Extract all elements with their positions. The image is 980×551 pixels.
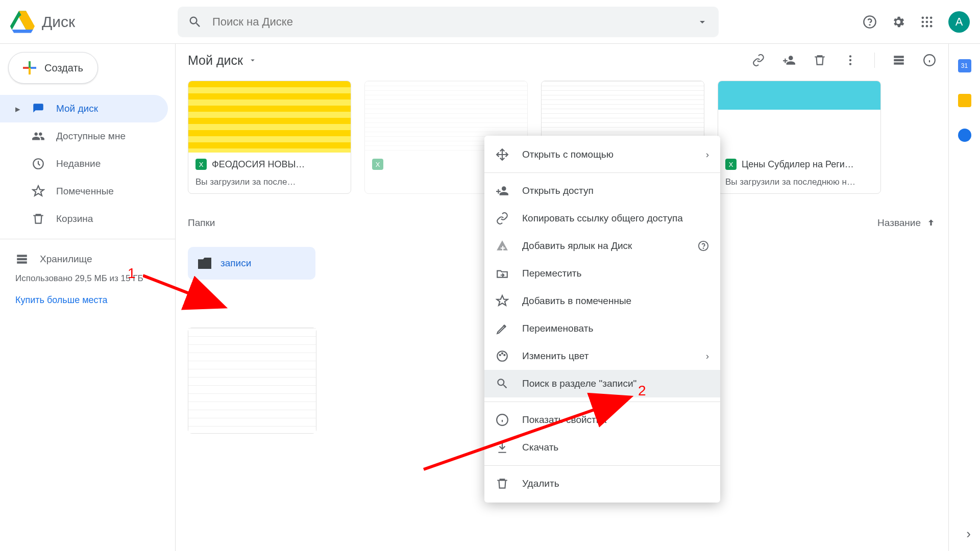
main-content: Мой диск XФЕОДОСИЯ НОВЫ… Вы загрузили з	[176, 44, 948, 551]
ctx-download[interactable]: Скачать	[484, 434, 720, 461]
link-icon[interactable]	[752, 54, 765, 67]
search-input[interactable]	[212, 15, 696, 29]
list-view-icon[interactable]	[892, 54, 905, 67]
plus-icon	[23, 61, 36, 74]
help-icon[interactable]	[698, 240, 709, 252]
svg-rect-20	[894, 62, 904, 64]
header-icons: А	[863, 11, 970, 33]
folder-zapisi[interactable]: записи	[188, 247, 315, 280]
sidebar-item-shared[interactable]: Доступные мне	[0, 122, 168, 150]
tasks-icon[interactable]	[958, 129, 971, 142]
clock-icon	[32, 157, 45, 170]
storage-usage-text: Использовано 29,5 МБ из 15 ГБ	[15, 273, 143, 283]
more-icon[interactable]	[844, 54, 857, 67]
chevron-right-icon: ›	[706, 149, 709, 160]
ctx-open-with[interactable]: Открыть с помощью ›	[484, 141, 720, 168]
arrow-up-icon[interactable]	[926, 218, 936, 228]
drive-icon	[32, 102, 45, 115]
search-bar[interactable]	[178, 7, 719, 37]
ctx-copy-link[interactable]: Копировать ссылку общего доступа	[484, 205, 720, 232]
search-icon	[188, 15, 202, 29]
svg-point-15	[849, 55, 851, 57]
file-tile-0[interactable]	[188, 328, 316, 434]
person-add-icon	[496, 184, 509, 197]
sidebar-item-starred[interactable]: Помеченные	[0, 178, 168, 205]
svg-point-27	[504, 355, 505, 356]
folder-name: записи	[220, 258, 251, 269]
ctx-rename[interactable]: Переименовать	[484, 315, 720, 342]
ctx-search-in[interactable]: Поиск в разделе "записи"	[484, 370, 720, 397]
caret-right-icon: ▸	[15, 103, 20, 115]
storage-icon	[15, 253, 29, 266]
sort-label[interactable]: Название	[877, 217, 921, 229]
calendar-icon[interactable]: 31	[958, 59, 971, 72]
sheets-icon: X	[195, 159, 207, 170]
account-avatar[interactable]: А	[948, 11, 970, 33]
ctx-label: Открыть с помощью	[522, 149, 614, 160]
search-options-icon[interactable]	[696, 16, 708, 28]
create-label: Создать	[44, 62, 83, 74]
storage-usage-block: Использовано 29,5 МБ из 15 ГБ	[0, 273, 175, 285]
svg-point-26	[502, 353, 503, 354]
folder-icon	[198, 258, 211, 269]
breadcrumb[interactable]: Мой диск	[188, 53, 257, 68]
keep-icon[interactable]	[958, 94, 971, 107]
sidebar-item-label: Корзина	[56, 213, 93, 224]
topbar: Мой диск	[188, 44, 936, 77]
sidebar-item-mydrive[interactable]: ▸ Мой диск	[0, 95, 168, 122]
sidebar-item-label: Доступные мне	[56, 131, 126, 142]
delete-icon[interactable]	[813, 54, 826, 67]
side-panel-expand-icon[interactable]: ›	[966, 526, 971, 542]
ctx-label: Открыть доступ	[522, 185, 594, 196]
apps-icon[interactable]	[920, 15, 934, 29]
tile-0[interactable]: XФЕОДОСИЯ НОВЫ… Вы загрузили за после…	[188, 81, 351, 194]
topbar-actions	[752, 53, 936, 68]
ctx-label: Изменить цвет	[522, 350, 589, 362]
folder-move-icon	[496, 267, 509, 280]
svg-rect-13	[17, 258, 27, 260]
sidebar-item-label: Недавние	[56, 158, 101, 169]
logo-row: Диск	[10, 10, 168, 34]
folders-heading: Папки	[188, 217, 215, 229]
tile-title: ФЕОДОСИЯ НОВЫ…	[212, 159, 305, 170]
ctx-delete[interactable]: Удалить	[484, 470, 720, 497]
drive-logo-icon[interactable]	[10, 10, 35, 34]
download-icon	[496, 441, 509, 454]
ctx-label: Переименовать	[522, 323, 593, 334]
help-icon[interactable]	[863, 15, 877, 29]
ctx-star[interactable]: Добавить в помеченные	[484, 287, 720, 315]
sidebar-item-recent[interactable]: Недавние	[0, 150, 168, 178]
tile-thumb	[718, 81, 880, 153]
tile-sub: Вы загрузили за последнюю н…	[725, 177, 873, 187]
svg-rect-14	[17, 261, 27, 263]
svg-point-4	[930, 16, 933, 19]
svg-rect-19	[894, 59, 904, 61]
palette-icon	[496, 349, 509, 363]
ctx-details[interactable]: Показать свойства	[484, 406, 720, 434]
chevron-right-icon: ›	[706, 350, 709, 362]
svg-point-9	[926, 24, 928, 27]
product-name: Диск	[42, 13, 75, 31]
ctx-label: Удалить	[522, 478, 559, 489]
buy-storage-link[interactable]: Купить больше места	[15, 295, 160, 306]
drive-add-icon	[496, 239, 509, 253]
files-heading: Файлы	[188, 300, 218, 311]
people-icon	[32, 130, 45, 143]
ctx-label: Добавить ярлык на Диск	[522, 240, 632, 252]
ctx-add-shortcut[interactable]: Добавить ярлык на Диск	[484, 232, 720, 260]
ctx-color[interactable]: Изменить цвет ›	[484, 342, 720, 370]
tile-3[interactable]: XЦены Субдилер на Реги… Вы загрузили за …	[718, 81, 881, 194]
add-person-icon[interactable]	[782, 54, 796, 67]
move-cursor-icon	[496, 148, 509, 161]
info-icon[interactable]	[923, 54, 936, 67]
link-icon	[496, 212, 509, 225]
svg-point-10	[930, 24, 933, 27]
create-button[interactable]: Создать	[8, 52, 98, 84]
ctx-move[interactable]: Переместить	[484, 260, 720, 287]
sidebar-item-trash[interactable]: Корзина	[0, 205, 168, 233]
sidebar-item-storage[interactable]: Хранилище	[0, 245, 168, 273]
ctx-label: Добавить в помеченные	[522, 295, 631, 307]
ctx-share[interactable]: Открыть доступ	[484, 177, 720, 205]
settings-icon[interactable]	[891, 15, 905, 29]
search-icon	[496, 377, 509, 390]
